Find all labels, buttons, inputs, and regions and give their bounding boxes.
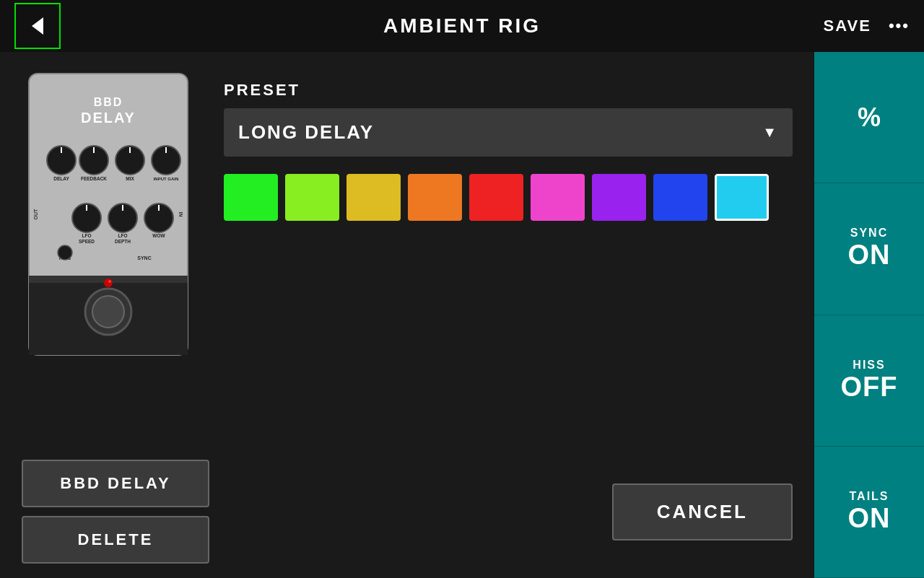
- left-buttons: BBD DELAY DELETE: [22, 460, 209, 564]
- header-actions: SAVE •••: [824, 17, 910, 35]
- sidebar-item-tails[interactable]: TAILSON: [814, 447, 924, 578]
- svg-text:DEPTH: DEPTH: [115, 239, 131, 244]
- sidebar-hiss-label: HISS: [853, 359, 885, 372]
- svg-marker-0: [32, 17, 43, 35]
- svg-text:DELAY: DELAY: [53, 176, 69, 181]
- svg-text:FEEDBACK: FEEDBACK: [81, 176, 107, 181]
- sidebar-item-hiss[interactable]: HISSOFF: [814, 315, 924, 447]
- color-swatch-pink[interactable]: [531, 174, 585, 221]
- sidebar-sync-label: SYNC: [850, 227, 888, 240]
- pedal-image: BBD DELAY DELAY: [22, 66, 195, 355]
- svg-text:WOW: WOW: [152, 233, 165, 238]
- dropdown-arrow-icon: ▼: [762, 124, 778, 141]
- svg-text:LFO: LFO: [82, 233, 92, 238]
- color-swatch-yellow[interactable]: [346, 174, 401, 221]
- svg-text:SYNC: SYNC: [137, 255, 151, 260]
- sidebar-item-sync[interactable]: SYNCON: [814, 183, 924, 315]
- color-swatch-red[interactable]: [469, 174, 523, 221]
- preset-value: LONG DELAY: [238, 121, 374, 144]
- color-swatch-cyan[interactable]: [715, 174, 769, 221]
- color-swatch-lime[interactable]: [285, 174, 339, 221]
- bottom-buttons: BBD DELAY DELETE CANCEL: [22, 460, 793, 564]
- svg-text:SPEED: SPEED: [79, 239, 95, 244]
- pedal-section: BBD DELAY DELAY: [22, 66, 793, 355]
- sidebar-sync-value: ON: [848, 240, 891, 271]
- sidebar: %SYNCONHISSOFFTAILSON: [814, 52, 924, 578]
- sidebar-item-percent[interactable]: %: [814, 52, 924, 183]
- svg-point-33: [58, 245, 72, 260]
- sidebar-percent-label: %: [858, 102, 881, 133]
- color-swatch-orange[interactable]: [408, 174, 462, 221]
- svg-text:LFO: LFO: [118, 233, 128, 238]
- save-button[interactable]: SAVE: [824, 17, 871, 35]
- color-swatch-blue[interactable]: [653, 174, 707, 221]
- svg-text:BBD: BBD: [94, 96, 123, 108]
- color-swatch-green[interactable]: [224, 174, 278, 221]
- svg-text:DELAY: DELAY: [81, 110, 136, 126]
- main-layout: BBD DELAY DELAY: [0, 52, 924, 578]
- page-title: AMBIENT RIG: [383, 14, 541, 38]
- sidebar-hiss-value: OFF: [841, 372, 898, 403]
- more-button[interactable]: •••: [889, 17, 910, 35]
- svg-text:IN: IN: [178, 212, 183, 217]
- content-area: BBD DELAY DELAY: [0, 52, 814, 578]
- delete-button[interactable]: DELETE: [22, 516, 209, 564]
- name-button[interactable]: BBD DELAY: [22, 460, 209, 507]
- svg-point-35: [92, 296, 124, 328]
- svg-text:INPUT GAIN: INPUT GAIN: [154, 177, 179, 181]
- svg-point-36: [104, 279, 113, 287]
- svg-text:OUT: OUT: [33, 209, 38, 220]
- sidebar-tails-label: TAILS: [849, 490, 889, 503]
- cancel-button[interactable]: CANCEL: [612, 483, 793, 540]
- color-swatch-purple[interactable]: [592, 174, 646, 221]
- header: AMBIENT RIG SAVE •••: [0, 0, 924, 52]
- back-button[interactable]: [14, 3, 61, 49]
- svg-point-37: [108, 280, 111, 283]
- sidebar-tails-value: ON: [848, 503, 891, 534]
- svg-text:MIX: MIX: [126, 176, 134, 181]
- preset-label: PRESET: [224, 81, 793, 100]
- color-palette: [224, 174, 793, 221]
- preset-section: PRESET LONG DELAY ▼: [224, 66, 793, 221]
- preset-dropdown[interactable]: LONG DELAY ▼: [224, 108, 793, 157]
